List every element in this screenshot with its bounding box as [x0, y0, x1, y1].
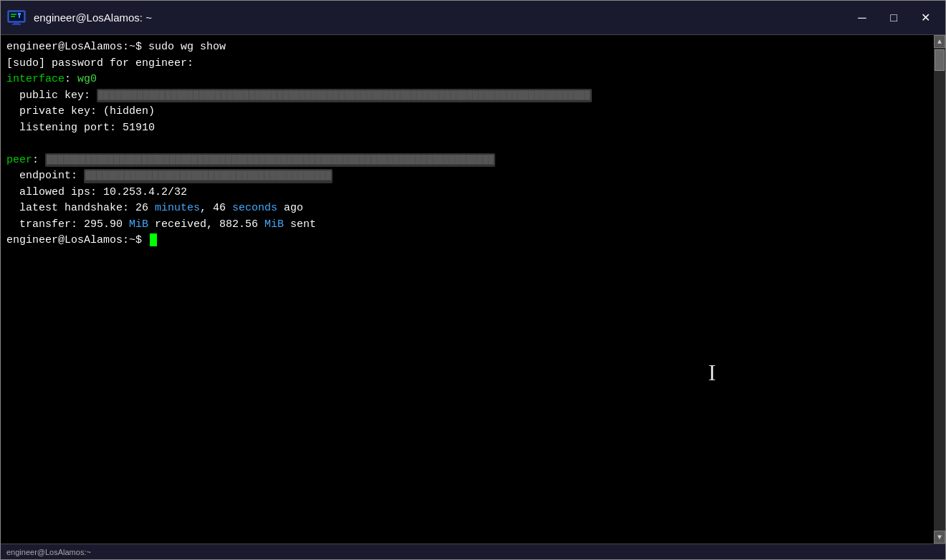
- window-title: engineer@LosAlamos: ~: [34, 11, 848, 24]
- command-text: sudo wg show: [148, 41, 226, 53]
- minimize-button[interactable]: ─: [848, 6, 876, 29]
- blank-line-1: [6, 136, 928, 153]
- title-bar: engineer@LosAlamos: ~ ─ □ ✕: [1, 1, 945, 35]
- transfer-line: transfer: 295.90 MiB received, 882.56 Mi…: [6, 217, 928, 233]
- listening-port-line: listening port: 51910: [6, 120, 928, 137]
- svg-rect-5: [12, 24, 21, 25]
- prompt: engineer@LosAlamos:~$: [6, 41, 148, 53]
- public-key-value: ████████████████████████████████████████…: [97, 89, 592, 103]
- bottom-bar: engineer@LosAlamos:~: [1, 544, 945, 559]
- window-body: engineer@LosAlamos:~$ sudo wg show [sudo…: [1, 35, 945, 544]
- bottom-bar-text: engineer@LosAlamos:~: [6, 548, 91, 556]
- scroll-down-arrow[interactable]: ▼: [934, 531, 945, 544]
- peer-label: peer: [6, 154, 32, 166]
- public-key-line: public key: ████████████████████████████…: [6, 88, 928, 105]
- command-line: engineer@LosAlamos:~$ sudo wg show: [6, 39, 928, 56]
- mib-sent-unit: MiB: [264, 218, 284, 231]
- terminal-app-icon: [6, 8, 27, 28]
- maximize-button[interactable]: □: [879, 6, 908, 29]
- peer-separator: :: [32, 154, 45, 166]
- new-prompt-line: engineer@LosAlamos:~$: [6, 233, 928, 249]
- endpoint-value: ████████████████████████████████████████…: [84, 169, 333, 183]
- scroll-up-arrow[interactable]: ▲: [934, 35, 945, 48]
- interface-separator: :: [64, 73, 77, 85]
- close-button[interactable]: ✕: [911, 6, 940, 29]
- interface-line: interface: wg0: [6, 72, 928, 88]
- peer-line: peer: ██████████████████████████████████…: [6, 153, 928, 169]
- terminal-output[interactable]: engineer@LosAlamos:~$ sudo wg show [sudo…: [1, 35, 934, 544]
- mib-received-unit: MiB: [129, 218, 148, 231]
- handshake-line: latest handshake: 26 minutes, 46 seconds…: [6, 201, 928, 217]
- scroll-track[interactable]: [935, 48, 945, 531]
- scrollbar[interactable]: ▲ ▼: [934, 35, 945, 544]
- cursor: [150, 233, 157, 246]
- svg-rect-4: [14, 22, 19, 24]
- svg-rect-6: [18, 13, 21, 15]
- minutes-text: minutes: [155, 202, 200, 214]
- peer-key-value: ████████████████████████████████████████…: [45, 153, 495, 168]
- seconds-text: seconds: [232, 202, 277, 214]
- endpoint-line: endpoint: ██████████████████████████████…: [6, 168, 928, 185]
- svg-rect-3: [11, 16, 15, 17]
- svg-rect-2: [11, 14, 16, 15]
- interface-name: wg0: [77, 73, 97, 85]
- scroll-thumb[interactable]: [935, 49, 945, 71]
- terminal-window: engineer@LosAlamos: ~ ─ □ ✕ engineer@Los…: [0, 0, 946, 560]
- private-key-line: private key: (hidden): [6, 104, 928, 120]
- interface-label: interface: [6, 73, 64, 85]
- sudo-password-line: [sudo] password for engineer:: [6, 56, 928, 72]
- svg-rect-7: [19, 15, 20, 18]
- allowed-ips-line: allowed ips: 10.253.4.2/32: [6, 185, 928, 201]
- window-controls: ─ □ ✕: [848, 6, 940, 29]
- new-prompt: engineer@LosAlamos:~$: [6, 234, 148, 246]
